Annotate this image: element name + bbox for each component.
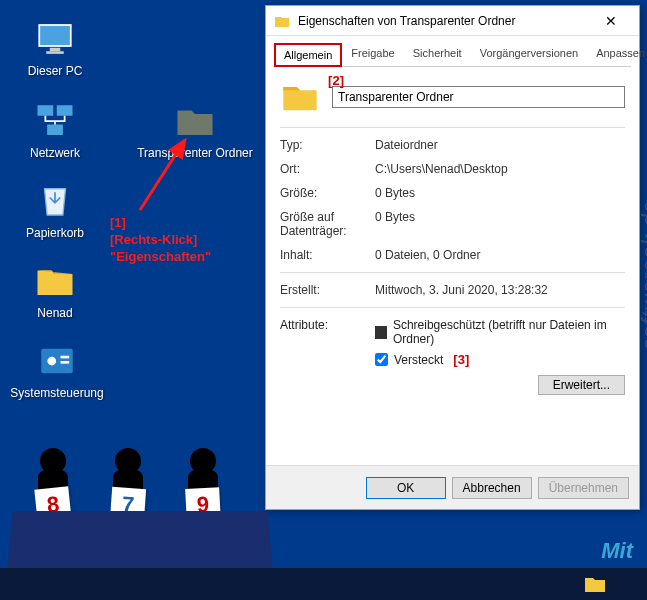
checkbox-readonly[interactable]: Schreibgeschützt (betrifft nur Dateien i… — [375, 318, 625, 346]
desktop-icon-label: Systemsteuerung — [2, 386, 112, 400]
tab-previous-versions[interactable]: Vorgängerversionen — [471, 42, 587, 66]
desktop-icon-user-folder[interactable]: Nenad — [10, 260, 100, 320]
tab-strip: Allgemein Freigabe Sicherheit Vorgängerv… — [274, 42, 631, 67]
annotation-step2: [2] — [328, 73, 344, 88]
label-type: Typ: — [280, 138, 375, 152]
tab-body-general: [2] Typ:Dateiordner Ort:C:\Users\Nenad\D… — [266, 67, 639, 411]
apply-button[interactable]: Übernehmen — [538, 477, 629, 499]
svg-rect-1 — [50, 48, 61, 52]
taskbar[interactable] — [0, 568, 647, 600]
close-button[interactable]: ✕ — [591, 7, 631, 35]
label-contains: Inhalt: — [280, 248, 375, 262]
titlebar[interactable]: Eigenschaften von Transparenter Ordner ✕ — [266, 6, 639, 36]
folder-large-icon: [2] — [280, 77, 320, 117]
svg-rect-3 — [38, 105, 54, 116]
desktop-icon-label: Nenad — [10, 306, 100, 320]
svg-rect-8 — [61, 356, 70, 359]
label-location: Ort: — [280, 162, 375, 176]
taskbar-file-explorer-icon[interactable] — [583, 572, 607, 596]
network-icon — [34, 100, 76, 142]
control-panel-icon — [36, 340, 78, 382]
desktop-icon-recycle-bin[interactable]: Papierkorb — [10, 180, 100, 240]
label-size-on-disk: Größe auf Datenträger: — [280, 210, 375, 238]
checkbox-readonly-label: Schreibgeschützt (betrifft nur Dateien i… — [393, 318, 625, 346]
advanced-button[interactable]: Erweitert... — [538, 375, 625, 395]
properties-dialog: Eigenschaften von Transparenter Ordner ✕… — [265, 5, 640, 510]
recycle-bin-icon — [34, 180, 76, 222]
svg-rect-5 — [47, 125, 63, 136]
desktop-icon-label: Papierkorb — [10, 226, 100, 240]
annotation-step1: [1] [Rechts-Klick] "Eigenschaften" — [110, 215, 211, 266]
dialog-button-bar: OK Abbrechen Übernehmen — [266, 465, 639, 509]
value-contains: 0 Dateien, 0 Ordner — [375, 248, 625, 262]
value-type: Dateiordner — [375, 138, 625, 152]
desktop-icon-label: Netzwerk — [10, 146, 100, 160]
folder-icon — [274, 13, 290, 29]
checkbox-input[interactable] — [375, 353, 388, 366]
desktop-icon-label: Dieser PC — [10, 64, 100, 78]
folder-icon — [34, 260, 76, 302]
svg-line-10 — [140, 140, 185, 210]
annotation-step3: [3] — [453, 352, 469, 367]
judges-illustration: 8 7 9 — [10, 460, 270, 570]
annotation-arrow — [130, 130, 210, 220]
dialog-title: Eigenschaften von Transparenter Ordner — [298, 14, 591, 28]
cancel-button[interactable]: Abbrechen — [452, 477, 532, 499]
tab-security[interactable]: Sicherheit — [404, 42, 471, 66]
desktop-icon-this-pc[interactable]: Dieser PC — [10, 18, 100, 78]
value-size-on-disk: 0 Bytes — [375, 210, 625, 238]
branding-text: Mit — [601, 538, 633, 564]
watermark-text: softwareok.de — [637, 200, 647, 350]
monitor-icon — [34, 18, 76, 60]
value-created: Mittwoch, 3. Juni 2020, 13:28:32 — [375, 283, 625, 297]
desktop-icon-control-panel[interactable]: Systemsteuerung — [2, 340, 112, 400]
svg-rect-2 — [46, 51, 64, 54]
label-attributes: Attribute: — [280, 318, 375, 395]
label-created: Erstellt: — [280, 283, 375, 297]
label-size: Größe: — [280, 186, 375, 200]
svg-rect-0 — [39, 25, 71, 46]
value-size: 0 Bytes — [375, 186, 625, 200]
tab-general[interactable]: Allgemein — [274, 43, 342, 67]
ok-button[interactable]: OK — [366, 477, 446, 499]
svg-point-7 — [47, 357, 56, 366]
checkbox-hidden-label: Versteckt — [394, 353, 443, 367]
svg-rect-9 — [61, 361, 70, 364]
tab-customize[interactable]: Anpassen — [587, 42, 647, 66]
value-location: C:\Users\Nenad\Desktop — [375, 162, 625, 176]
folder-name-input[interactable] — [332, 86, 625, 108]
checkbox-hidden[interactable]: Versteckt [3] — [375, 352, 625, 367]
tab-sharing[interactable]: Freigabe — [342, 42, 403, 66]
checkbox-filled-icon — [375, 326, 387, 339]
svg-rect-4 — [57, 105, 73, 116]
desktop-icon-network[interactable]: Netzwerk — [10, 100, 100, 160]
